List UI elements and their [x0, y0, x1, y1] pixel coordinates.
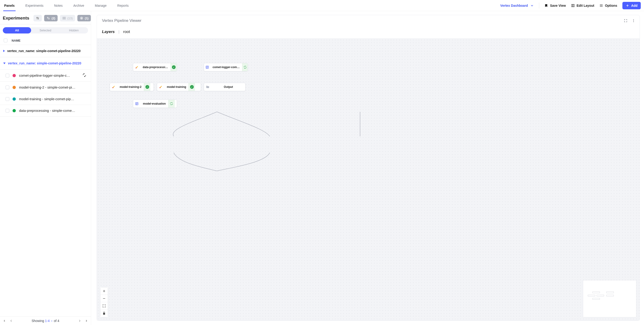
add-button[interactable]: Add — [622, 2, 641, 9]
pager-text: Showing 1-4 of 4 — [15, 319, 76, 323]
bookmark-icon — [544, 4, 548, 8]
node-output[interactable]: Output — [204, 83, 246, 91]
node-label: Output — [212, 85, 245, 89]
zoom-fit-button[interactable] — [100, 302, 108, 310]
node-comet-logger[interactable]: comet-logger-compon… — [204, 63, 248, 71]
svg-rect-0 — [572, 4, 573, 7]
minimap[interactable] — [583, 280, 636, 317]
column-header: NAME — [0, 36, 91, 45]
plus-icon — [626, 4, 629, 8]
sidebar: Experiments (2) (13) (1) All Selected Hi… — [0, 11, 91, 325]
edit-layout-button[interactable]: Edit Layout — [571, 4, 594, 8]
target-icon — [80, 16, 84, 20]
pager-showing: Showing — [32, 319, 44, 323]
tab-experiments[interactable]: Experiments — [24, 0, 44, 11]
row-checkbox[interactable] — [6, 97, 9, 101]
node-model-evaluation[interactable]: model-evaluation — [133, 100, 177, 108]
list-icon — [204, 65, 210, 69]
columns-pill[interactable]: (13) — [60, 15, 75, 21]
zoom-in-button[interactable] — [100, 287, 108, 295]
status-success-icon: ✓ — [144, 83, 150, 91]
list-icon — [133, 102, 140, 106]
zoom-lock-button[interactable] — [100, 310, 108, 317]
target-pill[interactable]: (1) — [77, 15, 91, 21]
node-label: comet-logger-compon… — [210, 66, 242, 69]
experiment-row[interactable]: data-preprocessing - simple-come… — [0, 105, 91, 117]
zoom-out-button[interactable] — [100, 295, 108, 302]
svg-rect-12 — [64, 17, 64, 19]
dashboard-select[interactable]: Vertex Dashboard — [500, 4, 534, 8]
color-dot — [12, 74, 16, 77]
pager: Showing 1-4 of 4 — [0, 316, 91, 325]
experiment-row[interactable]: comet-pipeline-logger-simple-c… — [0, 70, 91, 82]
caret-right-icon — [3, 50, 5, 52]
row-checkbox[interactable] — [6, 109, 9, 113]
panel-title: Vertex Pipeline Viewer — [102, 18, 142, 23]
prev-page-icon[interactable] — [9, 319, 13, 323]
pipeline-graph[interactable]: data-preprocessing ✓ model-training-2 ✓ … — [97, 38, 640, 320]
save-view-label: Save View — [550, 4, 566, 8]
layout-icon — [571, 4, 575, 8]
comet-icon — [110, 85, 117, 89]
dashboard-label: Vertex Dashboard — [500, 4, 528, 8]
node-model-training[interactable]: model-training ✓ — [157, 83, 201, 91]
status-success-icon: ✓ — [170, 63, 177, 71]
options-label: Options — [605, 4, 617, 8]
sidebar-head: Experiments (2) (13) (1) — [0, 11, 91, 25]
next-page-icon[interactable] — [78, 319, 82, 323]
group-row-collapsed[interactable]: vertex_run_name: simple-comet-pipeline-2… — [0, 45, 91, 57]
nav-tabs: Panels Experiments Notes Archive Manage … — [3, 0, 130, 11]
tab-panels[interactable]: Panels — [3, 0, 16, 11]
pager-range[interactable]: 1-4 — [45, 319, 54, 323]
svg-point-21 — [633, 21, 634, 22]
row-checkbox[interactable] — [6, 74, 9, 77]
tab-archive[interactable]: Archive — [72, 0, 85, 11]
status-success-icon: ✓ — [188, 83, 195, 91]
node-label: model-training-2 — [117, 85, 144, 89]
node-label: data-preprocessing — [140, 66, 170, 69]
group-row-expanded[interactable]: vertex_run_name: simple-comet-pipeline-2… — [0, 57, 91, 70]
experiment-row[interactable]: model-training - simple-comet-pip… — [0, 93, 91, 105]
sort-icon — [46, 16, 50, 20]
last-page-icon[interactable] — [84, 319, 88, 323]
kebab-menu-icon[interactable] — [632, 19, 636, 23]
nav-right: Vertex Dashboard Save View Edit Layout O… — [500, 2, 641, 9]
node-data-preprocessing[interactable]: data-preprocessing ✓ — [133, 63, 177, 71]
sort-count: (2) — [52, 17, 55, 20]
svg-rect-36 — [103, 313, 105, 315]
fullscreen-icon[interactable] — [624, 19, 628, 23]
node-label: model-training — [164, 85, 188, 89]
caret-down-icon — [3, 63, 6, 64]
chevron-down-icon — [530, 4, 534, 8]
folder-icon — [204, 85, 212, 89]
group-label: vertex_run_name: simple-comet-pipeline-2… — [8, 61, 81, 65]
experiment-name: data-preprocessing - simple-come… — [19, 109, 75, 113]
select-all-checkbox[interactable] — [4, 39, 8, 42]
segment-all[interactable]: All — [3, 27, 31, 34]
breadcrumb-root[interactable]: root — [123, 30, 130, 34]
tab-manage[interactable]: Manage — [94, 0, 108, 11]
options-button[interactable]: Options — [600, 4, 617, 8]
save-view-button[interactable]: Save View — [544, 4, 566, 8]
status-refresh-icon — [168, 100, 175, 108]
tab-notes[interactable]: Notes — [53, 0, 64, 11]
sort-pill[interactable]: (2) — [44, 15, 58, 21]
svg-rect-13 — [65, 17, 66, 19]
svg-point-23 — [112, 87, 113, 88]
segment-hidden[interactable]: Hidden — [60, 27, 88, 34]
graph-edges — [97, 39, 640, 320]
svg-rect-11 — [63, 17, 64, 19]
filter-settings-pill[interactable] — [34, 15, 42, 21]
experiment-row[interactable]: model-training-2 - simple-comet-pi… — [0, 82, 91, 93]
node-model-training-2[interactable]: model-training-2 ✓ — [110, 83, 154, 91]
add-label: Add — [631, 4, 638, 8]
main-area: Vertex Pipeline Viewer Layers | root — [91, 11, 644, 325]
tab-reports[interactable]: Reports — [116, 0, 130, 11]
row-checkbox[interactable] — [6, 86, 9, 89]
first-page-icon[interactable] — [3, 319, 7, 323]
panel-header: Vertex Pipeline Viewer — [97, 15, 640, 25]
segment-selected[interactable]: Selected — [31, 27, 60, 34]
experiment-name: model-training-2 - simple-comet-pi… — [19, 85, 76, 89]
color-dot — [12, 97, 16, 101]
panel: Vertex Pipeline Viewer Layers | root — [97, 15, 640, 321]
